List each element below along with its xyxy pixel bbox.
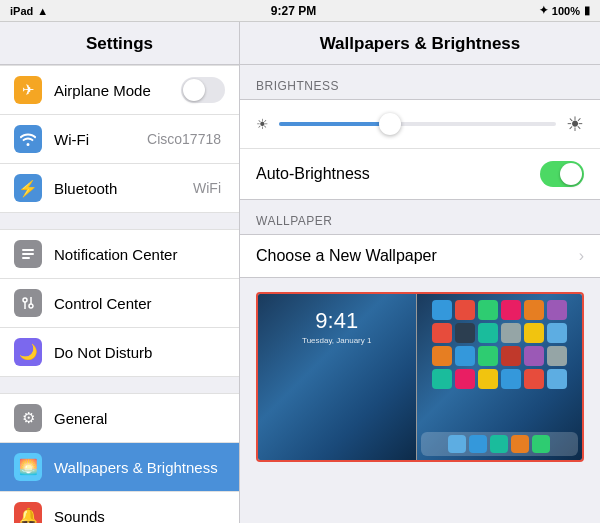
brightness-section-header: BRIGHTNESS: [240, 65, 600, 99]
home-app-icon: [432, 300, 452, 320]
sidebar-group-2: Notification Center Control Center 🌙 Do …: [0, 229, 239, 377]
airplane-mode-toggle[interactable]: [181, 77, 225, 103]
svg-rect-1: [22, 253, 34, 255]
home-icon-row-4: [421, 369, 579, 389]
airplane-mode-label: Airplane Mode: [54, 82, 181, 99]
dock-icon: [490, 435, 508, 453]
sidebar-title: Settings: [0, 22, 239, 65]
wallpapers-label: Wallpapers & Brightness: [54, 459, 225, 476]
lock-screen-time: 9:41: [315, 308, 358, 334]
wallpaper-preview[interactable]: 9:41 Tuesday, January 1: [256, 292, 584, 462]
dock-icon: [448, 435, 466, 453]
do-not-disturb-label: Do Not Disturb: [54, 344, 225, 361]
battery-percentage: 100%: [552, 5, 580, 17]
home-app-icon: [524, 300, 544, 320]
general-icon: ⚙: [14, 404, 42, 432]
choose-wallpaper-row[interactable]: Choose a New Wallpaper ›: [240, 234, 600, 278]
main-layout: Settings ✈ Airplane Mode Wi-Fi Cisco1771…: [0, 22, 600, 523]
sidebar-item-airplane-mode[interactable]: ✈ Airplane Mode: [0, 65, 239, 115]
home-app-icon: [455, 323, 475, 343]
status-time: 9:27 PM: [271, 4, 316, 18]
sounds-icon: 🔔: [14, 502, 42, 523]
wifi-value: Cisco17718: [147, 131, 221, 147]
home-app-icon: [501, 369, 521, 389]
wallpaper-icon: 🌅: [14, 453, 42, 481]
auto-brightness-toggle[interactable]: [540, 161, 584, 187]
home-app-icon: [524, 323, 544, 343]
brightness-card: ☀ ☀ Auto-Brightness: [240, 99, 600, 200]
home-app-icon: [432, 369, 452, 389]
sidebar-spacer-1: [0, 213, 239, 229]
sidebar-item-wallpapers[interactable]: 🌅 Wallpapers & Brightness: [0, 443, 239, 492]
home-app-icon: [478, 369, 498, 389]
sidebar-group-1: ✈ Airplane Mode Wi-Fi Cisco17718 ⚡ Bluet…: [0, 65, 239, 213]
home-app-icon: [478, 346, 498, 366]
airplane-mode-icon: ✈: [14, 76, 42, 104]
dock-icon: [511, 435, 529, 453]
sidebar-item-do-not-disturb[interactable]: 🌙 Do Not Disturb: [0, 328, 239, 377]
bluetooth-icon: ⚡: [14, 174, 42, 202]
brightness-slider-track[interactable]: [279, 122, 556, 126]
home-app-icon: [524, 369, 544, 389]
ipad-label: iPad: [10, 5, 33, 17]
home-app-icon: [547, 300, 567, 320]
sidebar-item-sounds[interactable]: 🔔 Sounds: [0, 492, 239, 523]
sun-large-icon: ☀: [566, 112, 584, 136]
notification-center-icon: [14, 240, 42, 268]
bluetooth-status-icon: ✦: [539, 4, 548, 17]
choose-wallpaper-label: Choose a New Wallpaper: [256, 247, 579, 265]
sounds-label: Sounds: [54, 508, 225, 524]
home-app-icon: [478, 300, 498, 320]
home-screen-preview: [417, 294, 583, 460]
home-app-icon: [547, 323, 567, 343]
bluetooth-label: Bluetooth: [54, 180, 193, 197]
auto-brightness-label: Auto-Brightness: [256, 165, 540, 183]
auto-brightness-row: Auto-Brightness: [240, 148, 600, 199]
sidebar-item-control-center[interactable]: Control Center: [0, 279, 239, 328]
sun-small-icon: ☀: [256, 116, 269, 132]
status-right: ✦ 100% ▮: [539, 4, 590, 17]
wifi-icon: [14, 125, 42, 153]
lock-screen-date: Tuesday, January 1: [302, 336, 371, 345]
home-app-icon: [501, 323, 521, 343]
dock-icon: [469, 435, 487, 453]
home-app-icon: [455, 346, 475, 366]
bluetooth-value: WiFi: [193, 180, 221, 196]
wifi-signal-icon: ▲: [37, 5, 48, 17]
do-not-disturb-icon: 🌙: [14, 338, 42, 366]
sidebar-item-wifi[interactable]: Wi-Fi Cisco17718: [0, 115, 239, 164]
control-center-icon: [14, 289, 42, 317]
sidebar-item-bluetooth[interactable]: ⚡ Bluetooth WiFi: [0, 164, 239, 213]
wifi-label: Wi-Fi: [54, 131, 147, 148]
home-app-icon: [455, 369, 475, 389]
control-center-label: Control Center: [54, 295, 225, 312]
sidebar-item-notification-center[interactable]: Notification Center: [0, 229, 239, 279]
home-app-icon: [455, 300, 475, 320]
home-app-icon: [524, 346, 544, 366]
content-title: Wallpapers & Brightness: [240, 22, 600, 65]
brightness-slider-thumb[interactable]: [379, 113, 401, 135]
wallpaper-section-header: WALLPAPER: [240, 200, 600, 234]
home-app-icon: [478, 323, 498, 343]
home-app-icon: [547, 346, 567, 366]
home-dock: [421, 432, 579, 456]
home-app-icon: [432, 323, 452, 343]
brightness-slider-row: ☀ ☀: [240, 100, 600, 148]
sidebar-item-general[interactable]: ⚙ General: [0, 393, 239, 443]
battery-icon: ▮: [584, 4, 590, 17]
status-bar: iPad ▲ 9:27 PM ✦ 100% ▮: [0, 0, 600, 22]
status-left: iPad ▲: [10, 5, 48, 17]
home-app-icon: [501, 346, 521, 366]
home-app-icon: [432, 346, 452, 366]
home-app-icon: [547, 369, 567, 389]
svg-rect-2: [22, 257, 30, 259]
sidebar-group-3: ⚙ General 🌅 Wallpapers & Brightness 🔔 So…: [0, 393, 239, 523]
chevron-right-icon: ›: [579, 247, 584, 265]
home-icon-row-1: [421, 300, 579, 320]
sidebar-spacer-2: [0, 377, 239, 393]
lock-screen-preview: 9:41 Tuesday, January 1: [258, 294, 417, 460]
sidebar: Settings ✈ Airplane Mode Wi-Fi Cisco1771…: [0, 22, 240, 523]
svg-point-4: [29, 304, 33, 308]
general-label: General: [54, 410, 225, 427]
home-app-icon: [501, 300, 521, 320]
